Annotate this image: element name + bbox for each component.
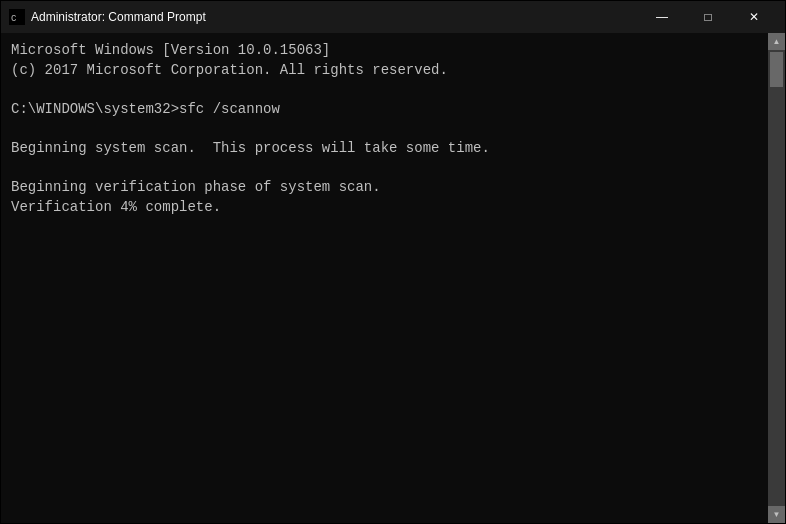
- console-line: [11, 159, 758, 179]
- console-line: Verification 4% complete.: [11, 198, 758, 218]
- title-bar-left: C Administrator: Command Prompt: [9, 9, 206, 25]
- console-line: [11, 296, 758, 316]
- console-output[interactable]: Microsoft Windows [Version 10.0.15063](c…: [1, 33, 768, 523]
- window-title: Administrator: Command Prompt: [31, 10, 206, 24]
- console-line: [11, 355, 758, 375]
- console-line: [11, 80, 758, 100]
- scrollbar-down-button[interactable]: ▼: [768, 506, 785, 523]
- console-line: [11, 257, 758, 277]
- console-line: Microsoft Windows [Version 10.0.15063]: [11, 41, 758, 61]
- console-line: [11, 217, 758, 237]
- console-line: [11, 119, 758, 139]
- svg-text:C: C: [11, 14, 17, 24]
- scrollbar-track[interactable]: [768, 50, 785, 506]
- window-controls: — □ ✕: [639, 1, 777, 33]
- cmd-icon: C: [9, 9, 25, 25]
- console-line: Beginning verification phase of system s…: [11, 178, 758, 198]
- console-line: [11, 472, 758, 492]
- scrollbar-thumb[interactable]: [770, 52, 783, 87]
- console-line: [11, 374, 758, 394]
- minimize-button[interactable]: —: [639, 1, 685, 33]
- title-bar: C Administrator: Command Prompt — □ ✕: [1, 1, 785, 33]
- console-line: [11, 394, 758, 414]
- console-line: [11, 452, 758, 472]
- console-line: [11, 433, 758, 453]
- console-line: (c) 2017 Microsoft Corporation. All righ…: [11, 61, 758, 81]
- scrollbar-up-button[interactable]: ▲: [768, 33, 785, 50]
- console-line: [11, 335, 758, 355]
- console-line: [11, 511, 758, 523]
- console-line: [11, 315, 758, 335]
- console-line: [11, 237, 758, 257]
- console-line: [11, 413, 758, 433]
- maximize-button[interactable]: □: [685, 1, 731, 33]
- console-area: Microsoft Windows [Version 10.0.15063](c…: [1, 33, 785, 523]
- cmd-window: C Administrator: Command Prompt — □ ✕ Mi…: [0, 0, 786, 524]
- scrollbar[interactable]: ▲ ▼: [768, 33, 785, 523]
- console-line: [11, 492, 758, 512]
- console-line: [11, 276, 758, 296]
- console-line: C:\WINDOWS\system32>sfc /scannow: [11, 100, 758, 120]
- close-button[interactable]: ✕: [731, 1, 777, 33]
- console-line: Beginning system scan. This process will…: [11, 139, 758, 159]
